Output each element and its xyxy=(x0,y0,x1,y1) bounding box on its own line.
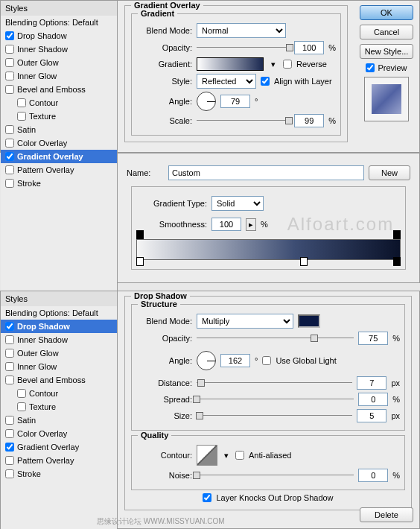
style-item-satin[interactable]: Satin xyxy=(1,414,117,427)
styles-header-2: Styles xyxy=(1,291,117,306)
style-item-color-overlay[interactable]: Color Overlay xyxy=(1,427,117,440)
style-item-inner-glow[interactable]: Inner Glow xyxy=(1,69,117,83)
ds-dist-slider[interactable] xyxy=(197,378,352,388)
style-checkbox[interactable] xyxy=(5,152,14,161)
style-checkbox[interactable] xyxy=(5,429,14,438)
ugl-checkbox[interactable] xyxy=(262,356,271,365)
style-checkbox[interactable] xyxy=(5,443,14,452)
style-item-texture[interactable]: Texture xyxy=(1,110,117,123)
align-checkbox[interactable] xyxy=(261,77,270,86)
style-checkbox[interactable] xyxy=(17,389,26,398)
style-item-contour[interactable]: Contour xyxy=(1,96,117,110)
style-item-inner-glow[interactable]: Inner Glow xyxy=(1,360,117,373)
cancel-button[interactable]: Cancel xyxy=(360,25,413,39)
style-item-bevel-and-emboss[interactable]: Bevel and Emboss xyxy=(1,373,117,387)
style-checkbox[interactable] xyxy=(5,125,14,134)
style-checkbox[interactable] xyxy=(5,335,14,344)
style-item-pattern-overlay[interactable]: Pattern Overlay xyxy=(1,454,117,467)
new-gradient-button[interactable]: New xyxy=(369,165,410,180)
ds-spread-slider[interactable] xyxy=(197,394,354,405)
opacity-stop-right[interactable] xyxy=(393,230,401,239)
style-item-bevel-and-emboss[interactable]: Bevel and Emboss xyxy=(1,83,117,96)
style-item-pattern-overlay[interactable]: Pattern Overlay xyxy=(1,163,117,177)
style-select[interactable]: Reflected xyxy=(197,74,256,89)
opacity-slider[interactable] xyxy=(197,42,290,53)
style-checkbox[interactable] xyxy=(5,139,14,148)
gradient-name-input[interactable] xyxy=(168,165,364,180)
style-checkbox[interactable] xyxy=(17,112,26,121)
style-item-texture[interactable]: Texture xyxy=(1,400,117,414)
ds-color-swatch[interactable] xyxy=(298,314,320,328)
ds-angle-dial[interactable] xyxy=(197,351,216,370)
footer-watermark: 思缘设计论坛 WWW.MISSYUAN.COM xyxy=(97,516,225,527)
style-checkbox[interactable] xyxy=(5,456,14,465)
style-checkbox[interactable] xyxy=(5,58,14,67)
gradient-bar[interactable] xyxy=(136,239,401,260)
style-checkbox[interactable] xyxy=(5,45,14,54)
style-checkbox[interactable] xyxy=(5,362,14,371)
contour-picker[interactable] xyxy=(197,445,217,466)
scale-value[interactable]: 99 xyxy=(294,114,324,127)
ds-size-slider[interactable] xyxy=(197,411,352,421)
blending-options-row[interactable]: Blending Options: Default xyxy=(1,16,117,29)
preview-swatch xyxy=(364,77,409,121)
drop-shadow-group: Drop Shadow Structure Blend Mode:Multipl… xyxy=(124,296,412,510)
smoothness-value[interactable]: 100 xyxy=(211,218,241,231)
reverse-checkbox[interactable] xyxy=(283,60,292,69)
style-item-drop-shadow[interactable]: Drop Shadow xyxy=(1,320,117,333)
knockout-checkbox[interactable] xyxy=(203,493,211,502)
style-item-stroke[interactable]: Stroke xyxy=(1,177,117,190)
styles-header: Styles xyxy=(1,1,117,16)
color-stop-2[interactable] xyxy=(300,257,308,266)
new-style-button[interactable]: New Style... xyxy=(360,44,413,59)
style-checkbox[interactable] xyxy=(5,85,14,94)
delete-button[interactable]: Delete xyxy=(360,507,413,522)
ds-noise-slider[interactable] xyxy=(197,470,354,481)
style-checkbox[interactable] xyxy=(5,349,14,358)
style-item-inner-shadow[interactable]: Inner Shadow xyxy=(1,42,117,56)
style-item-outer-glow[interactable]: Outer Glow xyxy=(1,56,117,69)
blend-mode-select[interactable]: Normal xyxy=(197,23,286,38)
gradient-type-select[interactable]: Solid xyxy=(211,196,264,211)
style-checkbox[interactable] xyxy=(5,165,14,174)
preview-checkbox[interactable] xyxy=(366,63,375,72)
gradient-picker[interactable] xyxy=(197,57,264,71)
gradient-overlay-group: Gradient Overlay Gradient Blend Mode:Nor… xyxy=(124,5,348,142)
style-checkbox[interactable] xyxy=(5,376,14,384)
style-checkbox[interactable] xyxy=(17,402,26,411)
opacity-value[interactable]: 100 xyxy=(294,41,324,54)
style-item-gradient-overlay[interactable]: Gradient Overlay xyxy=(1,150,117,163)
ds-blend-select[interactable]: Multiply xyxy=(197,314,293,329)
ds-opacity-slider[interactable] xyxy=(197,333,354,343)
style-checkbox[interactable] xyxy=(5,31,14,40)
angle-dial[interactable] xyxy=(197,92,216,111)
style-item-stroke[interactable]: Stroke xyxy=(1,467,117,481)
style-item-color-overlay[interactable]: Color Overlay xyxy=(1,136,117,150)
ok-button[interactable]: OK xyxy=(360,5,413,20)
quality-group: Quality Contour:▾Anti-aliased Noise:0% xyxy=(131,435,405,490)
style-item-contour[interactable]: Contour xyxy=(1,387,117,400)
style-checkbox[interactable] xyxy=(5,322,14,331)
angle-value[interactable]: 79 xyxy=(220,95,250,108)
color-stop-3[interactable] xyxy=(393,257,401,266)
style-checkbox[interactable] xyxy=(5,469,14,478)
style-item-outer-glow[interactable]: Outer Glow xyxy=(1,346,117,360)
aa-checkbox[interactable] xyxy=(235,451,244,460)
style-item-satin[interactable]: Satin xyxy=(1,123,117,136)
style-checkbox[interactable] xyxy=(5,72,14,80)
opacity-stop-left[interactable] xyxy=(136,230,144,239)
gradient-group: Gradient Blend Mode:Normal Opacity:100% … xyxy=(131,13,341,136)
style-item-inner-shadow[interactable]: Inner Shadow xyxy=(1,333,117,346)
style-item-drop-shadow[interactable]: Drop Shadow xyxy=(1,29,117,42)
color-stop-1[interactable] xyxy=(136,257,144,266)
blending-options-row-2[interactable]: Blending Options: Default xyxy=(1,306,117,320)
scale-slider[interactable] xyxy=(197,115,290,126)
style-checkbox[interactable] xyxy=(17,98,26,107)
structure-group: Structure Blend Mode:Multiply Opacity:75… xyxy=(131,304,405,431)
style-checkbox[interactable] xyxy=(5,416,14,425)
style-item-gradient-overlay[interactable]: Gradient Overlay xyxy=(1,440,117,454)
style-checkbox[interactable] xyxy=(5,179,14,188)
